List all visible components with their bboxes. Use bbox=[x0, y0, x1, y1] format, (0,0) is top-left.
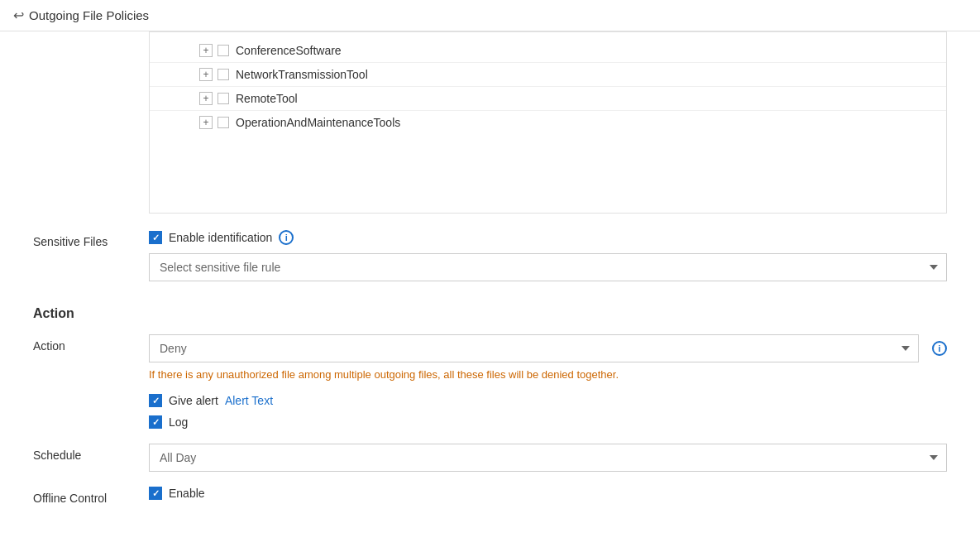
tree-checkbox-3[interactable] bbox=[218, 93, 229, 104]
give-alert-row: Give alert Alert Text bbox=[149, 394, 947, 407]
sensitive-files-row: Sensitive Files Enable identification i … bbox=[17, 230, 963, 281]
page-title: Outgoing File Policies bbox=[29, 8, 149, 22]
enable-identification-checkbox[interactable] bbox=[149, 231, 162, 244]
tree-row: + OperationAndMaintenanceTools bbox=[150, 111, 946, 134]
sensitive-files-content: Enable identification i Select sensitive… bbox=[149, 230, 947, 281]
action-row: Action Deny i If there is any unauthoriz… bbox=[17, 334, 963, 429]
tree-row: + ConferenceSoftware bbox=[150, 39, 946, 63]
tree-container: + ConferenceSoftware + NetworkTransmissi… bbox=[149, 31, 947, 214]
tree-item-label-3: RemoteTool bbox=[236, 92, 298, 105]
offline-control-label: Offline Control bbox=[33, 487, 149, 505]
log-row: Log bbox=[149, 415, 947, 429]
offline-control-row: Offline Control Enable bbox=[17, 487, 963, 508]
tree-expand-btn-3[interactable]: + bbox=[199, 92, 213, 105]
action-hint: If there is any unauthorized file among … bbox=[149, 367, 947, 382]
offline-enable-row: Enable bbox=[149, 487, 947, 500]
enable-identification-label: Enable identification bbox=[169, 231, 272, 244]
tree-item-label-2: NetworkTransmissionTool bbox=[236, 68, 368, 81]
alert-text-link[interactable]: Alert Text bbox=[225, 394, 273, 407]
offline-control-content: Enable bbox=[149, 487, 947, 508]
schedule-content: All Day bbox=[149, 444, 947, 472]
tree-row: + RemoteTool bbox=[150, 87, 946, 111]
sensitive-files-info-icon[interactable]: i bbox=[279, 230, 294, 245]
action-dropdown[interactable]: Deny bbox=[149, 334, 919, 362]
action-dropdown-wrapper: Deny bbox=[149, 334, 919, 362]
schedule-label: Schedule bbox=[33, 444, 149, 462]
log-label: Log bbox=[169, 415, 188, 429]
give-alert-checkbox[interactable] bbox=[149, 394, 162, 407]
action-dropdown-row: Deny i bbox=[149, 334, 947, 362]
action-content: Deny i If there is any unauthorized file… bbox=[149, 334, 947, 429]
back-icon[interactable]: ↩ bbox=[13, 7, 24, 23]
page-header: ↩ Outgoing File Policies bbox=[0, 0, 980, 31]
tree-item-label-4: OperationAndMaintenanceTools bbox=[236, 116, 400, 129]
sensitive-files-label: Sensitive Files bbox=[33, 230, 149, 248]
action-section-title: Action bbox=[17, 296, 963, 334]
log-checkbox[interactable] bbox=[149, 415, 162, 429]
tree-item-label-1: ConferenceSoftware bbox=[236, 44, 342, 57]
sensitive-file-rule-wrapper: Select sensitive file rule bbox=[149, 253, 947, 281]
offline-enable-label: Enable bbox=[169, 487, 205, 500]
tree-checkbox-4[interactable] bbox=[218, 117, 229, 128]
sensitive-file-rule-dropdown[interactable]: Select sensitive file rule bbox=[149, 253, 947, 281]
tree-checkbox-2[interactable] bbox=[218, 69, 229, 80]
schedule-dropdown[interactable]: All Day bbox=[149, 444, 947, 472]
schedule-row: Schedule All Day bbox=[17, 444, 963, 472]
content-area: + ConferenceSoftware + NetworkTransmissi… bbox=[0, 31, 980, 540]
give-alert-label: Give alert bbox=[169, 394, 218, 407]
action-info-icon[interactable]: i bbox=[932, 341, 947, 356]
tree-expand-btn-2[interactable]: + bbox=[199, 68, 213, 81]
enable-identification-row: Enable identification i bbox=[149, 230, 947, 245]
tree-expand-btn-4[interactable]: + bbox=[199, 116, 213, 129]
tree-expand-btn-1[interactable]: + bbox=[199, 44, 213, 57]
action-label: Action bbox=[33, 334, 149, 353]
tree-checkbox-1[interactable] bbox=[218, 45, 229, 56]
tree-row: + NetworkTransmissionTool bbox=[150, 63, 946, 87]
offline-enable-checkbox[interactable] bbox=[149, 487, 162, 500]
schedule-dropdown-wrapper: All Day bbox=[149, 444, 947, 472]
